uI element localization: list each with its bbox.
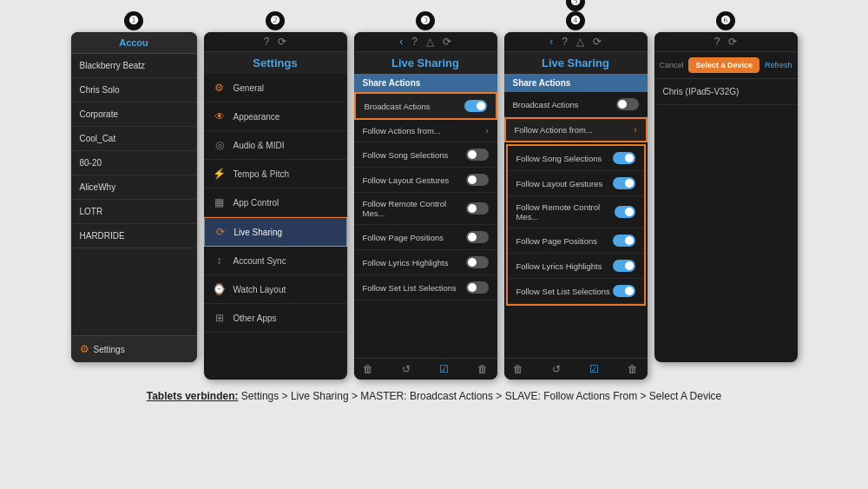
- screen3: ‹ ? △ ⟳ Live Sharing Share Actions Broad…: [354, 32, 497, 380]
- check-icon3[interactable]: ☑: [439, 363, 449, 375]
- account-item-3[interactable]: Cool_Cat: [71, 127, 197, 151]
- menu-item-audio[interactable]: ◎ Audio & MIDI: [204, 131, 347, 160]
- follow-setlist-item[interactable]: Follow Set List Selections: [354, 275, 497, 301]
- follow-song-item[interactable]: Follow Song Selections: [354, 142, 497, 168]
- menu-item-general[interactable]: ⚙ General: [204, 74, 347, 102]
- follow-layout-toggle[interactable]: [466, 174, 489, 186]
- sync-icon: ⟳: [278, 36, 286, 48]
- broadcast-toggle[interactable]: [464, 100, 487, 112]
- screen3-topbar: ‹ ? △ ⟳: [354, 32, 497, 52]
- follow-song-toggle[interactable]: [466, 149, 489, 161]
- other-icon: ⊞: [213, 312, 227, 324]
- menu-label-tempo: Tempo & Pitch: [233, 169, 289, 179]
- follow-group-box: Follow Song Selections Follow Layout Ges…: [506, 144, 646, 306]
- menu-item-app[interactable]: ▦ App Control: [204, 188, 347, 217]
- broadcast-toggle4[interactable]: [616, 98, 639, 110]
- screen3-wrapper: ❸ ‹ ? △ ⟳ Live Sharing Share Actions Bro…: [354, 32, 497, 380]
- menu-item-tempo[interactable]: ⚡ Tempo & Pitch: [204, 160, 347, 188]
- device-item[interactable]: Chris (IPad5-V32G): [654, 79, 798, 105]
- caption-text: Settings > Live Sharing > MASTER: Broadc…: [239, 390, 722, 402]
- warning-icon4: △: [576, 36, 584, 48]
- refresh-button[interactable]: Refresh: [765, 61, 792, 69]
- follow-page-item4[interactable]: Follow Page Positions: [508, 228, 644, 254]
- follow-remote-item[interactable]: Follow Remote Control Mes...: [354, 193, 497, 225]
- follow-setlist-toggle[interactable]: [466, 281, 489, 294]
- menu-item-watch[interactable]: ⌚ Watch Layout: [204, 275, 347, 304]
- undo-icon3[interactable]: ↺: [402, 363, 411, 375]
- broadcast-actions-label: Broadcast Actions: [365, 102, 431, 111]
- help-icon3: ?: [411, 36, 418, 48]
- trash2-icon3[interactable]: 🗑: [477, 363, 488, 375]
- menu-item-other[interactable]: ⊞ Other Apps: [204, 304, 347, 333]
- account-item-2[interactable]: Corporate: [71, 102, 197, 127]
- undo-icon4[interactable]: ↺: [552, 363, 561, 375]
- trash2-icon4[interactable]: 🗑: [628, 363, 638, 375]
- warning-icon3: △: [426, 36, 434, 48]
- gear-icon: ⚙: [80, 343, 89, 355]
- follow-page-item[interactable]: Follow Page Positions: [354, 225, 497, 250]
- follow-remote-label4: Follow Remote Control Mes...: [516, 202, 615, 221]
- account-item-4[interactable]: 80-20: [71, 151, 197, 175]
- screen4-title: Live Sharing: [504, 52, 648, 74]
- follow-actions-item4[interactable]: Follow Actions from... ›: [504, 117, 648, 142]
- screen6-topbar: ? ⟳: [654, 32, 798, 52]
- follow-page-label: Follow Page Positions: [363, 233, 444, 242]
- follow-layout-item4[interactable]: Follow Layout Gestures: [508, 171, 644, 196]
- help-icon4: ?: [562, 36, 568, 48]
- screen2-wrapper: ❷ ? ⟳ Settings ⚙ General 👁 Appearance ◎: [204, 32, 347, 380]
- follow-lyrics-item[interactable]: Follow Lyrics Highlights: [354, 250, 497, 275]
- follow-lyrics-toggle[interactable]: [466, 256, 489, 268]
- bottom-caption: Tablets verbinden: Settings > Live Shari…: [147, 390, 722, 402]
- follow-lyrics-toggle4[interactable]: [613, 260, 635, 272]
- step3-number: ❸: [354, 11, 497, 30]
- menu-label-audio: Audio & MIDI: [233, 141, 285, 150]
- audio-icon: ◎: [213, 139, 227, 151]
- trash-icon3[interactable]: 🗑: [363, 363, 373, 375]
- account-item-1[interactable]: Chris Solo: [71, 78, 197, 102]
- back-arrow-icon4[interactable]: ‹: [549, 36, 553, 48]
- broadcast-actions-item4[interactable]: Broadcast Actions: [504, 92, 648, 117]
- follow-remote-toggle[interactable]: [466, 202, 488, 215]
- follow-setlist-toggle4[interactable]: [613, 285, 635, 297]
- account-item-6[interactable]: LOTR: [71, 200, 197, 224]
- account-item-5[interactable]: AliceWhy: [71, 175, 197, 200]
- select-device-button[interactable]: Select a Device: [688, 57, 760, 73]
- menu-label-watch: Watch Layout: [233, 285, 286, 294]
- menu-item-live[interactable]: ⟳ Live Sharing: [204, 217, 347, 247]
- chevron-icon: ›: [485, 126, 488, 135]
- step2-number: ❷: [204, 11, 347, 30]
- menu-item-sync[interactable]: ↕ Account Sync: [204, 247, 347, 275]
- follow-layout-toggle4[interactable]: [613, 177, 635, 189]
- follow-page-toggle[interactable]: [466, 231, 489, 243]
- back-arrow-icon[interactable]: ‹: [399, 36, 403, 48]
- screen4-wrapper: ❺ ❹ ‹ ? △ ⟳ Live Sharing Share Actions B…: [504, 32, 648, 380]
- sync-icon6: ⟳: [728, 36, 737, 48]
- follow-lyrics-label4: Follow Lyrics Highlights: [516, 261, 602, 271]
- follow-lyrics-label: Follow Lyrics Highlights: [363, 258, 449, 268]
- follow-layout-item[interactable]: Follow Layout Gestures: [354, 168, 497, 193]
- follow-setlist-item4[interactable]: Follow Set List Selections: [508, 279, 644, 304]
- follow-remote-item4[interactable]: Follow Remote Control Mes...: [508, 196, 644, 228]
- settings-bottom-item[interactable]: ⚙ Settings: [71, 335, 197, 362]
- chevron-icon4: ›: [634, 125, 636, 135]
- follow-remote-toggle4[interactable]: [615, 206, 635, 218]
- share-section-4: Share Actions: [504, 74, 648, 92]
- follow-lyrics-item4[interactable]: Follow Lyrics Highlights: [508, 254, 644, 279]
- cancel-button[interactable]: Cancel: [660, 61, 684, 69]
- menu-label-other: Other Apps: [233, 314, 277, 323]
- follow-page-toggle4[interactable]: [613, 235, 635, 247]
- check-icon4[interactable]: ☑: [589, 363, 599, 375]
- follow-layout-label: Follow Layout Gestures: [363, 175, 450, 185]
- screen1-title: Accou: [119, 37, 148, 48]
- broadcast-actions-item[interactable]: Broadcast Actions: [354, 92, 497, 120]
- trash-icon4[interactable]: 🗑: [513, 363, 523, 375]
- account-item-0[interactable]: Blackberry Beatz: [71, 54, 197, 78]
- account-item-7[interactable]: HARDRIDE: [71, 224, 197, 248]
- follow-actions-item[interactable]: Follow Actions from... ›: [354, 120, 497, 142]
- follow-song-item4[interactable]: Follow Song Selections: [508, 146, 644, 171]
- screen1: Accou Blackberry Beatz Chris Solo Corpor…: [71, 32, 197, 362]
- menu-item-appearance[interactable]: 👁 Appearance: [204, 102, 347, 131]
- screen6-wrapper: ❻ ? ⟳ Cancel Select a Device Refresh Chr…: [654, 32, 798, 362]
- follow-song-toggle4[interactable]: [613, 152, 635, 164]
- help-icon: ?: [264, 36, 270, 48]
